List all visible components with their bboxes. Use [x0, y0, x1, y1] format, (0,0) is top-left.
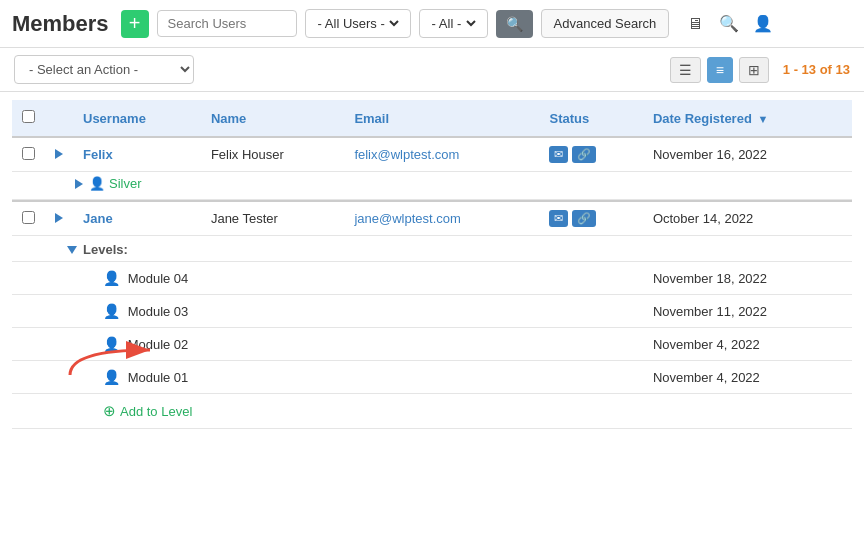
felix-date-cell: November 16, 2022 [643, 137, 852, 172]
module-03-date: November 11, 2022 [643, 295, 852, 328]
module-03-empty [12, 295, 73, 328]
add-to-level-row: ⊕ Add to Level [12, 394, 852, 429]
jane-name-cell: Jane Tester [201, 201, 344, 236]
monitor-icon[interactable]: 🖥 [681, 10, 709, 38]
levels-label: Levels: [83, 242, 128, 257]
module-02-icon: 👤 [103, 336, 120, 352]
module-02-empty3 [539, 328, 642, 361]
add-member-button[interactable]: + [121, 10, 149, 38]
jane-date-cell: October 14, 2022 [643, 201, 852, 236]
silver-user-icon: 👤 [89, 176, 105, 191]
name-header: Name [201, 100, 344, 137]
module-03-row: 👤 Module 03 November 11, 2022 [12, 295, 852, 328]
module-04-name-cell: 👤 Module 04 [73, 262, 344, 295]
module-01-date: November 4, 2022 [643, 361, 852, 394]
all-users-select[interactable]: - All Users - [314, 15, 402, 32]
felix-link-icon[interactable]: 🔗 [572, 146, 596, 163]
jane-username-link[interactable]: Jane [83, 211, 113, 226]
all-users-dropdown[interactable]: - All Users - [305, 9, 411, 38]
pagination-label: 1 - 13 of 13 [783, 62, 850, 77]
table-row: Jane Jane Tester jane@wlptest.com ✉ 🔗 Oc… [12, 201, 852, 236]
select-all-checkbox[interactable] [22, 110, 35, 123]
module-03-name-cell: 👤 Module 03 [73, 295, 344, 328]
advanced-search-button[interactable]: Advanced Search [541, 9, 670, 38]
jane-levels-header-row: Levels: [12, 236, 852, 262]
module-01-empty3 [539, 361, 642, 394]
module-04-name: Module 04 [128, 271, 189, 286]
felix-username-cell: Felix [73, 137, 201, 172]
module-03-empty3 [539, 295, 642, 328]
felix-expand-icon[interactable] [55, 149, 63, 159]
search-icon[interactable]: 🔍 [715, 10, 743, 38]
module-01-name: Module 01 [128, 370, 189, 385]
search-input[interactable] [157, 10, 297, 37]
add-to-level-empty [12, 394, 73, 429]
members-table-container: Username Name Email Status Date Register… [0, 100, 864, 441]
felix-status-cell: ✉ 🔗 [539, 137, 642, 172]
page-title: Members [12, 11, 109, 37]
detail-view-button[interactable]: ≡ [707, 57, 733, 83]
felix-email-link[interactable]: felix@wlptest.com [354, 147, 459, 162]
select-all-header[interactable] [12, 100, 45, 137]
felix-username-link[interactable]: Felix [83, 147, 113, 162]
module-04-empty3 [539, 262, 642, 295]
felix-silver-badge: 👤 Silver [89, 176, 142, 191]
user-icon[interactable]: 👤 [749, 10, 777, 38]
module-02-name-cell: 👤 Module 02 [73, 328, 344, 361]
module-01-name-cell: 👤 Module 01 [73, 361, 344, 394]
module-01-empty [12, 361, 73, 394]
felix-checkbox-cell [12, 137, 45, 172]
grid-view-button[interactable]: ⊞ [739, 57, 769, 83]
module-02-name: Module 02 [128, 337, 189, 352]
date-registered-header[interactable]: Date Registered ▼ [643, 100, 852, 137]
add-to-level-label: Add to Level [120, 404, 192, 419]
module-01-icon: 👤 [103, 369, 120, 385]
expand-header [45, 100, 73, 137]
sort-icon: ▼ [757, 113, 768, 125]
jane-email-link[interactable]: jane@wlptest.com [354, 211, 460, 226]
felix-mail-icon[interactable]: ✉ [549, 146, 568, 163]
felix-silver-expand-icon[interactable] [75, 179, 83, 189]
module-03-empty2 [344, 295, 539, 328]
jane-levels-header-cell: Levels: [12, 236, 852, 262]
module-02-date: November 4, 2022 [643, 328, 852, 361]
felix-expand[interactable] [45, 137, 73, 172]
jane-mail-icon[interactable]: ✉ [549, 210, 568, 227]
action-select[interactable]: - Select an Action - [14, 55, 194, 84]
jane-status-cell: ✉ 🔗 [539, 201, 642, 236]
module-04-empty [12, 262, 73, 295]
module-04-icon: 👤 [103, 270, 120, 286]
module-04-date: November 18, 2022 [643, 262, 852, 295]
felix-email-cell: felix@wlptest.com [344, 137, 539, 172]
jane-checkbox[interactable] [22, 211, 35, 224]
silver-label: Silver [109, 176, 142, 191]
all-filter-dropdown[interactable]: - All - [419, 9, 488, 38]
module-02-row: 👤 Module 02 November 4, 2022 [12, 328, 852, 361]
module-04-empty2 [344, 262, 539, 295]
module-02-empty2 [344, 328, 539, 361]
felix-name-cell: Felix Houser [201, 137, 344, 172]
jane-levels-collapse-icon[interactable] [67, 246, 77, 254]
all-filter-select[interactable]: - All - [428, 15, 479, 32]
jane-email-cell: jane@wlptest.com [344, 201, 539, 236]
felix-silver-row: 👤 Silver [12, 172, 852, 200]
module-02-empty [12, 328, 73, 361]
jane-expand-icon[interactable] [55, 213, 63, 223]
module-04-row: 👤 Module 04 November 18, 2022 [12, 262, 852, 295]
module-01-row: 👤 Module 01 November 4, 2022 [12, 361, 852, 394]
table-row: Felix Felix Houser felix@wlptest.com ✉ 🔗… [12, 137, 852, 172]
add-to-level-cell: ⊕ Add to Level [73, 394, 852, 429]
felix-checkbox[interactable] [22, 147, 35, 160]
module-01-empty2 [344, 361, 539, 394]
add-to-level-link[interactable]: ⊕ Add to Level [103, 402, 842, 420]
jane-username-cell: Jane [73, 201, 201, 236]
email-header: Email [344, 100, 539, 137]
search-button[interactable]: 🔍 [496, 10, 533, 38]
status-header: Status [539, 100, 642, 137]
username-header[interactable]: Username [73, 100, 201, 137]
members-table: Username Name Email Status Date Register… [12, 100, 852, 429]
jane-link-icon[interactable]: 🔗 [572, 210, 596, 227]
plus-circle-icon: ⊕ [103, 402, 116, 420]
jane-expand[interactable] [45, 201, 73, 236]
list-view-button[interactable]: ☰ [670, 57, 701, 83]
